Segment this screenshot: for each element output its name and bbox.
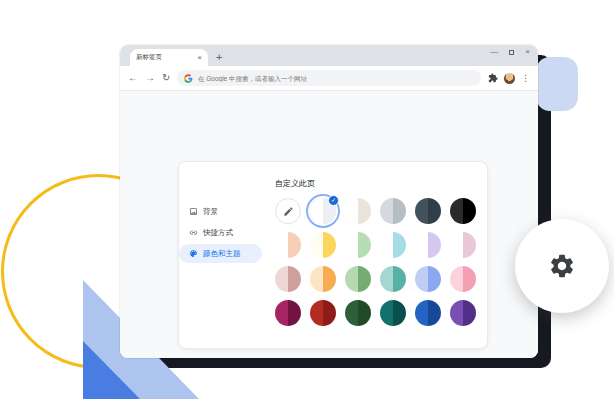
palette-icon xyxy=(189,249,198,258)
settings-fab[interactable] xyxy=(515,219,609,313)
link-icon xyxy=(189,228,198,237)
gear-icon xyxy=(548,252,576,280)
theme-swatch[interactable] xyxy=(310,300,336,326)
new-tab-page: 背景 快捷方式 颜色和主题 xyxy=(120,91,538,358)
theme-swatch[interactable] xyxy=(450,232,476,258)
profile-avatar[interactable] xyxy=(504,73,515,84)
tab-title: 新标签页 xyxy=(136,53,193,62)
sidebar-item-label: 背景 xyxy=(203,207,218,217)
sidebar-item-label: 快捷方式 xyxy=(203,228,233,238)
address-bar[interactable] xyxy=(177,70,481,86)
minimize-button[interactable]: — xyxy=(490,48,498,56)
window-controls: — × xyxy=(490,48,530,56)
sidebar-item-background[interactable]: 背景 xyxy=(179,202,262,221)
theme-swatch[interactable] xyxy=(380,300,406,326)
toolbar-right: ⋮ xyxy=(488,73,530,84)
dialog-title: 自定义此页 xyxy=(275,178,487,189)
theme-swatch[interactable] xyxy=(275,232,301,258)
back-icon[interactable]: ← xyxy=(128,73,138,83)
theme-swatch[interactable] xyxy=(450,198,476,224)
theme-swatch[interactable] xyxy=(275,266,301,292)
theme-swatch[interactable] xyxy=(380,266,406,292)
theme-swatch[interactable] xyxy=(310,266,336,292)
browser-menu-icon[interactable]: ⋮ xyxy=(521,74,530,83)
theme-swatch[interactable] xyxy=(345,232,371,258)
theme-swatch[interactable] xyxy=(450,266,476,292)
pencil-icon xyxy=(283,206,294,217)
browser-toolbar: ← → ↻ ⋮ xyxy=(120,66,538,91)
browser-window: 新标签页 × + — × ← → ↻ xyxy=(120,45,538,358)
dialog-sidebar: 背景 快捷方式 颜色和主题 xyxy=(179,162,267,348)
sidebar-item-shortcuts[interactable]: 快捷方式 xyxy=(179,223,262,242)
theme-swatch[interactable] xyxy=(450,300,476,326)
theme-swatch[interactable] xyxy=(415,198,441,224)
image-icon xyxy=(189,207,198,216)
custom-color-picker[interactable] xyxy=(275,198,301,224)
theme-swatch[interactable] xyxy=(345,300,371,326)
reload-icon[interactable]: ↻ xyxy=(162,73,170,83)
sidebar-item-colors-themes[interactable]: 颜色和主题 xyxy=(179,244,262,263)
new-tab-button[interactable]: + xyxy=(216,52,222,63)
theme-swatch[interactable] xyxy=(415,300,441,326)
theme-swatch[interactable] xyxy=(415,232,441,258)
address-input[interactable] xyxy=(198,75,474,82)
decorative-blue-blob xyxy=(536,57,578,111)
dialog-main: 自定义此页 ✓ xyxy=(267,162,487,348)
page: 新标签页 × + — × ← → ↻ xyxy=(0,0,614,413)
theme-grid: ✓ xyxy=(275,198,487,326)
theme-swatch[interactable] xyxy=(380,232,406,258)
sidebar-item-label: 颜色和主题 xyxy=(203,249,241,259)
maximize-button[interactable] xyxy=(509,50,514,55)
theme-swatch[interactable] xyxy=(345,266,371,292)
google-logo-icon xyxy=(184,74,193,83)
browser-tab[interactable]: 新标签页 × xyxy=(130,49,208,66)
tab-strip: 新标签页 × + — × xyxy=(120,45,538,66)
theme-swatch[interactable] xyxy=(380,198,406,224)
theme-swatch[interactable] xyxy=(345,198,371,224)
extension-icon[interactable] xyxy=(488,73,498,83)
theme-swatch[interactable] xyxy=(310,232,336,258)
close-button[interactable]: × xyxy=(525,48,530,56)
forward-icon[interactable]: → xyxy=(145,73,155,83)
theme-swatch[interactable]: ✓ xyxy=(310,198,336,224)
theme-swatch[interactable] xyxy=(275,300,301,326)
theme-swatch[interactable] xyxy=(415,266,441,292)
customize-dialog: 背景 快捷方式 颜色和主题 xyxy=(178,161,488,349)
tab-close-icon[interactable]: × xyxy=(197,54,202,62)
check-icon: ✓ xyxy=(328,195,339,206)
